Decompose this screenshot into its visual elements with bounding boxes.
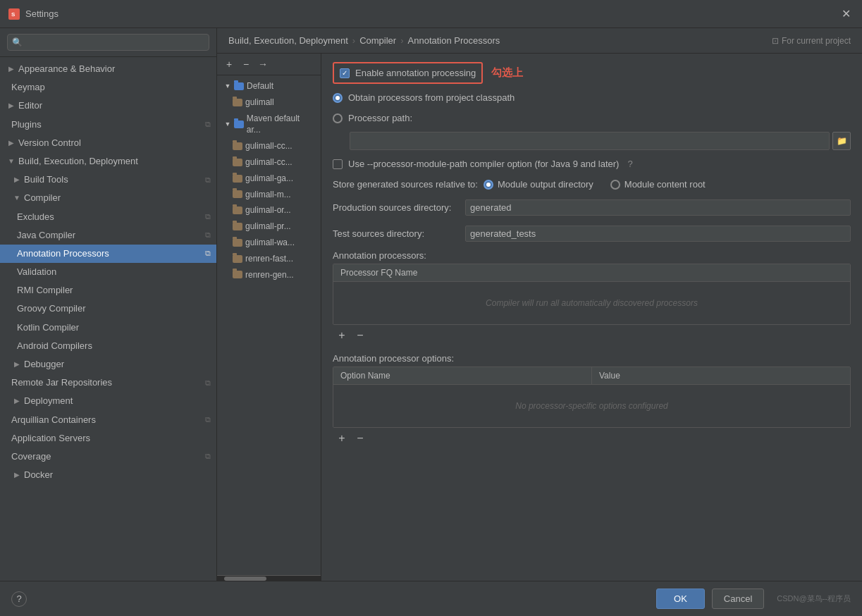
folder-icon — [233, 255, 242, 263]
use-processor-module-checkbox[interactable] — [333, 159, 343, 169]
tree-panel: + − → ▼ Default g — [217, 54, 321, 581]
option-name-col: Option Name — [333, 367, 592, 384]
test-value-input[interactable] — [465, 226, 851, 242]
sidebar-item-debugger[interactable]: ▶ Debugger — [0, 355, 216, 374]
sidebar-item-build-tools[interactable]: ▶ Build Tools ⧉ — [0, 171, 216, 189]
sidebar-item-rmi-compiler[interactable]: RMI Compiler — [0, 281, 216, 300]
title-bar: S Settings ✕ — [0, 0, 862, 28]
arrow-icon: ▶ — [6, 137, 17, 149]
sidebar-item-docker[interactable]: ▶ Docker — [0, 466, 216, 484]
test-sources-row: Test sources directory: — [333, 224, 851, 243]
obtain-label: Obtain processors from project classpath — [348, 92, 515, 103]
sidebar-item-label: Appearance & Behavior — [18, 63, 115, 75]
sidebar-item-appearance[interactable]: ▶ Appearance & Behavior — [0, 60, 216, 78]
help-button[interactable]: ? — [11, 591, 27, 607]
sidebar-item-label: Deployment — [24, 395, 73, 407]
folder-icon — [233, 142, 242, 150]
tree-item-gulimall-ga[interactable]: gulimall-ga... — [217, 171, 321, 187]
tree-item-label: gulimall-ga... — [245, 173, 293, 185]
breadcrumb-sep1: › — [352, 35, 355, 46]
tree-item-gulimall-wa[interactable]: gulimall-wa... — [217, 235, 321, 251]
copy-icon: ⧉ — [205, 378, 211, 388]
close-button[interactable]: ✕ — [839, 4, 854, 23]
tree-item-renren-fast[interactable]: renren-fast... — [217, 251, 321, 267]
copy-icon: ⧉ — [205, 230, 211, 240]
arrow-icon: ▼ — [223, 119, 233, 129]
sidebar-item-editor[interactable]: ▶ Editor — [0, 97, 216, 115]
check-mark: ✓ — [342, 70, 347, 77]
tree-item-maven-default[interactable]: ▼ Maven default ar... — [217, 111, 321, 139]
tree-add-button[interactable]: + — [221, 56, 237, 72]
sidebar-item-plugins[interactable]: Plugins ⧉ — [0, 116, 216, 134]
tree-item-gulimall-pr[interactable]: gulimall-pr... — [217, 218, 321, 235]
settings-panel: ✓ Enable annotation processing 勾选上 Obtai… — [321, 54, 862, 581]
sidebar-item-build-exec[interactable]: ▼ Build, Execution, Deployment — [0, 152, 216, 171]
production-sources-row: Production sources directory: — [333, 198, 851, 217]
annotation-processors-label: Annotation processors: — [333, 250, 851, 261]
annotation-processors-section: Annotation processors: Processor FQ Name… — [333, 250, 851, 346]
search-wrapper: 🔍 — [7, 34, 209, 51]
breadcrumb: Build, Execution, Deployment › Compiler … — [217, 28, 862, 54]
annotation-remove-button[interactable]: − — [352, 328, 368, 343]
sidebar-item-label: Docker — [24, 469, 53, 481]
value-col: Value — [592, 367, 850, 384]
bottom-left: ? — [11, 591, 27, 607]
ok-button[interactable]: OK — [656, 589, 705, 609]
sidebar-item-coverage[interactable]: Coverage ⧉ — [0, 448, 216, 466]
tree-item-label: Default — [247, 80, 273, 92]
sidebar-item-version-control[interactable]: ▶ Version Control — [0, 134, 216, 152]
arrow-icon: ▶ — [11, 469, 23, 481]
horizontal-scrollbar[interactable] — [217, 575, 321, 581]
copy-icon: ⧉ — [205, 211, 211, 222]
sidebar-item-deployment[interactable]: ▶ Deployment — [0, 392, 216, 410]
sidebar-item-arquillian[interactable]: Arquillian Containers ⧉ — [0, 411, 216, 429]
enable-annotation-checkbox[interactable]: ✓ — [340, 68, 350, 78]
tree-item-gulimall-or[interactable]: gulimall-or... — [217, 202, 321, 218]
options-remove-button[interactable]: − — [352, 431, 368, 446]
cancel-button[interactable]: Cancel — [712, 589, 764, 609]
processor-path-input[interactable] — [350, 132, 830, 150]
tree-item-gulimall[interactable]: gulimall — [217, 94, 321, 111]
folder-icon — [233, 207, 242, 214]
sidebar-item-compiler[interactable]: ▼ Compiler — [0, 189, 216, 207]
tree-move-button[interactable]: → — [255, 56, 271, 72]
sidebar-item-label: Version Control — [18, 137, 81, 149]
settings-window: S Settings ✕ 🔍 ▶ Appearance & Behavior — [0, 0, 862, 616]
tree-item-default[interactable]: ▼ Default — [217, 78, 321, 94]
sidebar-item-annotation-processors[interactable]: Annotation Processors ⧉ — [0, 245, 216, 263]
tree-remove-button[interactable]: − — [238, 56, 254, 72]
sidebar-item-android-compilers[interactable]: Android Compilers — [0, 337, 216, 355]
tree-item-renren-gen[interactable]: renren-gen... — [217, 267, 321, 283]
module-content-radio[interactable] — [610, 180, 620, 190]
tree-item-gulimall-cc2[interactable]: gulimall-cc... — [217, 154, 321, 171]
table-body-empty: Compiler will run all automatically disc… — [333, 282, 850, 324]
annotation-add-button[interactable]: + — [334, 328, 350, 343]
window-title: Settings — [25, 8, 839, 19]
tree-item-gulimall-cc1[interactable]: gulimall-cc... — [217, 138, 321, 154]
for-project-label: ⊡For current project — [772, 36, 851, 46]
search-input[interactable] — [7, 34, 209, 51]
tree-item-gulimall-m[interactable]: gulimall-m... — [217, 187, 321, 203]
sidebar-item-java-compiler[interactable]: Java Compiler ⧉ — [0, 226, 216, 245]
processor-path-radio[interactable] — [333, 113, 343, 123]
sidebar-item-groovy-compiler[interactable]: Groovy Compiler — [0, 300, 216, 318]
sidebar-item-label: Debugger — [24, 358, 64, 371]
sidebar-item-app-servers[interactable]: Application Servers — [0, 429, 216, 448]
sidebar-item-keymap[interactable]: Keymap — [0, 78, 216, 97]
sidebar-item-label: Android Compilers — [17, 340, 92, 352]
options-table-header: Option Name Value — [333, 367, 850, 385]
sidebar-item-label: Application Servers — [11, 432, 90, 445]
production-value-input[interactable] — [465, 199, 851, 216]
sidebar-item-remote-jar[interactable]: Remote Jar Repositories ⧉ — [0, 374, 216, 392]
module-output-radio[interactable] — [484, 180, 493, 190]
sidebar-item-excludes[interactable]: Excludes ⧉ — [0, 208, 216, 226]
obtain-radio[interactable] — [333, 93, 343, 103]
browse-button[interactable]: 📁 — [832, 132, 851, 150]
sidebar-item-kotlin-compiler[interactable]: Kotlin Compiler — [0, 319, 216, 337]
sidebar-item-validation[interactable]: Validation — [0, 263, 216, 281]
sidebar: 🔍 ▶ Appearance & Behavior Keymap ▶ Edito… — [0, 28, 217, 581]
store-label: Store generated sources relative to: — [333, 179, 478, 190]
sidebar-item-label: Keymap — [11, 81, 45, 94]
options-add-button[interactable]: + — [334, 431, 350, 446]
annotation-options-table: Option Name Value No processor-specific … — [333, 366, 851, 428]
